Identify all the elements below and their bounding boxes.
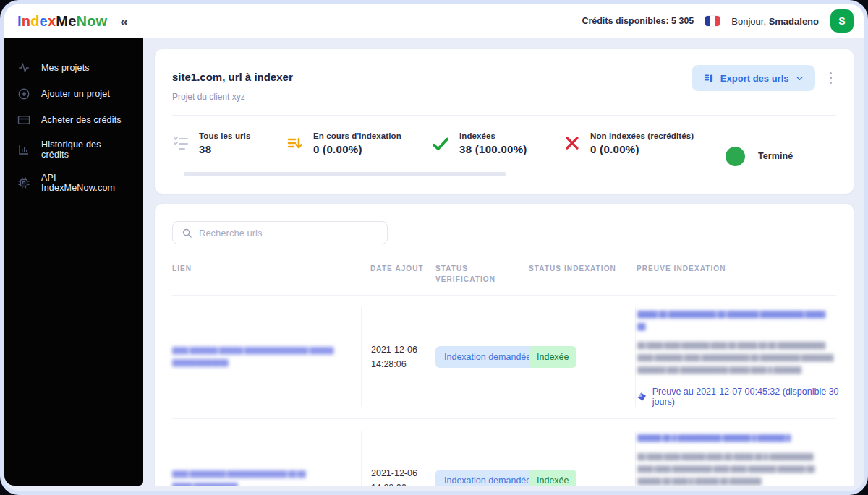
export-urls-button[interactable]: Export des urls (692, 65, 815, 91)
check-icon (431, 134, 450, 153)
stat-label: Terminé (758, 151, 793, 161)
preuve-link-label: Preuve au 2021-12-07 00:45:32 (disponibl… (652, 387, 845, 407)
date-cell: 2021-12-06 14:28:06 (361, 307, 435, 407)
user-greeting: Bonjour, Smadaleno (731, 16, 819, 27)
cpu-chip-icon (17, 176, 30, 189)
search-input[interactable] (199, 228, 378, 238)
stat-label: Non indexées (recrédités) (590, 132, 694, 140)
url-link-redacted[interactable]: ████ █████████ ███████████████ ██ ██ ███… (172, 468, 361, 486)
time-added: 14:28:06 (371, 481, 435, 486)
sidebar-item-api[interactable]: API IndexMeNow.com (4, 166, 143, 199)
progress-track (184, 172, 506, 176)
card-divider (172, 115, 836, 116)
topbar-right: Crédits disponibles: 5 305 Bonjour, Smad… (582, 9, 864, 33)
urls-table-card: LIEN DATE AJOUT STATUS VÉRIFICATION STAT… (155, 204, 854, 486)
stat-label: Indexées (459, 132, 527, 140)
status-verification-badge: Indexation demandée (435, 346, 540, 368)
url-link-redacted[interactable]: ████ ███████ ██████ ████████████████ ███… (172, 345, 361, 369)
french-flag-icon[interactable] (705, 16, 720, 26)
project-title: site1.com, url à indexer (172, 65, 293, 83)
stat-label: Tous les urls (199, 132, 250, 140)
status-verification-cell: Indexation demandée (435, 346, 529, 368)
export-button-label: Export des urls (720, 73, 789, 84)
window-frame: IndexMeNow « Crédits disponibles: 5 305 … (0, 0, 868, 495)
preuve-link[interactable]: Preuve au 2021-12-07 00:45:32 (disponibl… (637, 387, 845, 407)
sidebar-collapse-icon[interactable]: « (117, 12, 131, 30)
status-verification-cell: Indexation demandée (435, 470, 529, 486)
date-cell: 2021-12-06 14:28:06 (361, 431, 435, 486)
column-header-date-ajout: DATE AJOUT (361, 263, 435, 285)
sidebar-item-label: Ajouter un projet (41, 89, 110, 99)
export-icon (703, 73, 714, 84)
green-circle-icon (726, 147, 745, 166)
stat-value: 38 (100.00%) (459, 143, 527, 155)
user-avatar[interactable]: S (830, 9, 854, 33)
sidebar-item-ajouter-projet[interactable]: Ajouter un projet (4, 81, 143, 107)
top-header: IndexMeNow « Crédits disponibles: 5 305 … (4, 4, 864, 38)
stat-non-indexees: Non indexées (recrédités) 0 (0.00%) (563, 132, 726, 181)
time-added: 14:28:06 (371, 357, 435, 371)
preuve-indexation-cell: ██████ ██ █ ███████████ ███████ █ ██████… (635, 431, 845, 486)
project-head-text: site1.com, url à indexer Projet du clien… (172, 65, 293, 102)
table-header: LIEN DATE AJOUT STATUS VÉRIFICATION STAT… (172, 263, 836, 295)
activity-icon (17, 61, 30, 74)
plus-circle-icon (17, 87, 30, 100)
status-indexation-cell: Indexée (529, 346, 635, 368)
logo-zone: IndexMeNow « (4, 12, 143, 30)
stats-row: Tous les urls 38 En cours d'indexation 0… (172, 127, 836, 181)
diamond-icon (637, 391, 647, 403)
chevron-down-icon (796, 74, 804, 82)
sidebar-item-acheter-credits[interactable]: Acheter des crédits (4, 107, 143, 133)
date-added: 2021-12-06 (371, 343, 435, 357)
sidebar-item-mes-projets[interactable]: Mes projets (4, 55, 143, 81)
preuve-text-redacted: ██ ████ ████ ██████ ████ ██ █████ ██ █ █… (637, 451, 845, 486)
main-content: site1.com, url à indexer Projet du clien… (143, 38, 858, 486)
app-root: IndexMeNow « Crédits disponibles: 5 305 … (4, 4, 864, 491)
status-indexation-badge: Indexée (529, 470, 576, 486)
stat-value: 38 (199, 143, 250, 155)
bar-chart-icon (17, 143, 30, 156)
sidebar: Mes projets Ajouter un projet Acheter de… (4, 38, 143, 486)
x-icon (563, 134, 581, 152)
stat-value: 0 (0.00%) (313, 143, 401, 155)
stat-label: En cours d'indexation (313, 132, 401, 140)
stat-value: 0 (0.00%) (590, 143, 694, 155)
app-logo[interactable]: IndexMeNow (17, 13, 107, 30)
column-header-preuve-indexation: PREUVE INDEXATION (635, 263, 845, 285)
search-box (172, 221, 388, 244)
checklist-icon (172, 134, 190, 152)
preuve-title-redacted: ██████ ██ █ ███████████ ███████ █ ██████… (637, 432, 845, 444)
preuve-indexation-cell: █████ ██ ████████████ ██ ████████ ██████… (635, 307, 845, 407)
status-indexation-cell: Indexée (529, 470, 635, 486)
project-subtitle: Projet du client xyz (172, 92, 293, 102)
sidebar-item-label: Acheter des crédits (41, 115, 122, 125)
preuve-title-redacted: █████ ██ ████████████ ██ ████████ ██████… (637, 309, 845, 333)
sidebar-item-label: Mes projets (41, 63, 90, 73)
more-options-kebab-icon[interactable] (825, 69, 837, 87)
credit-card-icon (17, 113, 30, 126)
column-header-status-indexation: STATUS INDEXATION (529, 263, 635, 285)
sort-down-icon (286, 134, 304, 152)
username: Smadaleno (769, 16, 819, 27)
status-verification-badge: Indexation demandée (435, 470, 540, 486)
credits-available: Crédits disponibles: 5 305 (582, 16, 694, 26)
table-row: ████ ███████ ██████ ████████████████ ███… (172, 295, 836, 418)
column-header-lien: LIEN (172, 263, 361, 285)
date-added: 2021-12-06 (371, 466, 435, 481)
project-summary-card: site1.com, url à indexer Projet du clien… (155, 49, 854, 194)
table-row: ████ █████████ ███████████████ ██ ██ ███… (172, 418, 836, 486)
stat-termine: Terminé (726, 132, 793, 181)
search-icon (182, 228, 192, 238)
preuve-text-redacted: ██ ████ ████ ███████ ████ ██ █████ ██ ██… (637, 340, 845, 376)
sidebar-item-label: API IndexMeNow.com (41, 173, 130, 193)
sidebar-item-label: Historique des crédits (41, 139, 130, 160)
status-indexation-badge: Indexée (529, 346, 576, 368)
column-header-status-verification: STATUS VÉRIFICATION (435, 263, 529, 285)
sidebar-item-historique-credits[interactable]: Historique des crédits (4, 133, 143, 166)
